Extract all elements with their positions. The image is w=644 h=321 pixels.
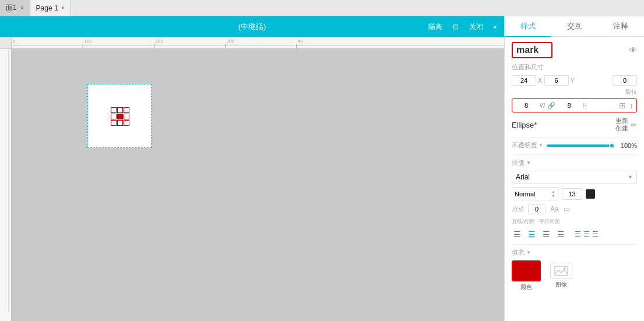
- fill-image-icon[interactable]: [550, 263, 572, 279]
- component-name-row: Ellipse* 更新 创建 ✏: [512, 117, 637, 132]
- tab-page1-close[interactable]: ×: [62, 5, 65, 11]
- tab-annotate[interactable]: 注释: [597, 16, 644, 37]
- expand-btn[interactable]: ⊡: [449, 22, 462, 32]
- tab-page1[interactable]: Page 1 ×: [30, 0, 72, 16]
- vert-align-mid-btn[interactable]: ☰: [583, 230, 590, 238]
- isolation-btn[interactable]: 隔离: [425, 21, 446, 33]
- slider-thumb[interactable]: [609, 143, 615, 149]
- tab-mian1-close[interactable]: ×: [20, 5, 24, 11]
- tab-mian1[interactable]: 面1 ×: [0, 0, 30, 16]
- font-style-select[interactable]: Normal ▲ ▼: [512, 187, 558, 200]
- char-spacing-text-label: 字符间距: [539, 218, 560, 225]
- position-row: X Y: [512, 75, 637, 86]
- fill-image-option[interactable]: 图像: [550, 263, 572, 289]
- opacity-value: 100%: [618, 142, 637, 149]
- font-color-swatch[interactable]: [586, 189, 595, 199]
- edit-icon[interactable]: ✏: [631, 121, 637, 129]
- size-row: W 🔗 H ⊞ ↕: [512, 98, 637, 112]
- baseline-label: 直线/行距: [512, 218, 534, 225]
- svg-text:0: 0: [13, 39, 16, 44]
- text-case-icon[interactable]: Aa: [550, 205, 559, 213]
- fill-color-label: 颜色: [520, 283, 532, 291]
- align-left-btn[interactable]: ☰: [512, 229, 523, 239]
- typography-label: 排版 ▼: [512, 158, 637, 167]
- close-btn[interactable]: 关闭: [466, 21, 487, 33]
- height-input[interactable]: [558, 101, 580, 110]
- align-center-btn[interactable]: ☰: [526, 229, 537, 239]
- grid-cell-6: [124, 114, 129, 119]
- svg-point-13: [564, 267, 566, 270]
- grid-cell-9: [124, 120, 129, 126]
- divider-1: [512, 137, 637, 137]
- grid-cell-8: [117, 120, 123, 126]
- grid-cell-3: [124, 107, 129, 113]
- fill-section: 填充 ▼ 颜色: [512, 248, 637, 291]
- mark-input[interactable]: [512, 42, 552, 58]
- grid-cell-1: [111, 107, 117, 113]
- font-family-select[interactable]: Arial ▼: [512, 171, 637, 184]
- canvas-x-btn[interactable]: ×: [490, 22, 499, 33]
- slider-fill: [547, 144, 615, 147]
- rotation-input[interactable]: [613, 75, 637, 86]
- canvas-content[interactable]: [12, 49, 504, 321]
- char-spacing-input[interactable]: [528, 204, 546, 214]
- opacity-slider[interactable]: [547, 144, 615, 147]
- canvas-header: (中继謳) 隔离 ⊡ 关闭 ×: [0, 16, 504, 37]
- font-style-spinner[interactable]: ▲ ▼: [551, 189, 555, 198]
- width-input[interactable]: [515, 101, 537, 110]
- opacity-row: 不透明度 ▼ 100%: [512, 141, 637, 150]
- tab-bar: 面1 × Page 1 ×: [0, 0, 644, 16]
- y-field-group: Y: [544, 75, 575, 86]
- x-input[interactable]: [512, 75, 536, 86]
- x-field-group: X: [512, 75, 542, 86]
- char-spacing-field: [528, 204, 546, 214]
- opacity-label: 不透明度 ▼: [512, 141, 543, 150]
- svg-text:100: 100: [84, 39, 92, 44]
- font-size-input[interactable]: [562, 188, 582, 200]
- y-input[interactable]: [544, 75, 569, 86]
- align-right-btn[interactable]: ☰: [541, 229, 552, 239]
- canvas-area: (中继謳) 隔离 ⊡ 关闭 × 0: [0, 16, 504, 321]
- fill-color-option[interactable]: 颜色: [512, 260, 541, 291]
- tab-page1-label: Page 1: [36, 4, 58, 12]
- x-label: X: [538, 77, 542, 84]
- grid-cell-5: [117, 114, 123, 119]
- grid-cell-2: [117, 107, 123, 113]
- tab-style[interactable]: 样式: [505, 16, 551, 37]
- tab-interact[interactable]: 交互: [551, 16, 598, 37]
- constrain-icon[interactable]: ↕: [629, 101, 634, 110]
- lock-icon[interactable]: 🔗: [547, 102, 555, 110]
- canvas-body: [0, 49, 504, 321]
- typography-arrow: ▼: [526, 160, 531, 165]
- fill-arrow: ▼: [526, 250, 531, 255]
- grid-icon: [111, 107, 129, 126]
- vert-align-top-btn[interactable]: ☰: [575, 230, 581, 238]
- align-justify-btn[interactable]: ☰: [555, 229, 566, 239]
- vert-align-section: ☰ ☰ ☰: [575, 230, 599, 238]
- position-section-label: 位置和尺寸: [512, 63, 637, 72]
- grid-cell-7: [111, 120, 117, 126]
- h-label: H: [582, 103, 586, 109]
- typography-section: 排版 ▼ Arial ▼ Normal: [512, 158, 637, 239]
- y-label: Y: [571, 77, 575, 84]
- fill-label-row: 填充 ▼: [512, 248, 637, 257]
- text-more-icon[interactable]: ▭: [564, 205, 570, 213]
- ruler-vertical: [0, 49, 12, 321]
- vert-align-bot-btn[interactable]: ☰: [592, 230, 599, 238]
- opacity-arrow: ▼: [539, 143, 543, 148]
- panel-tabs: 样式 交互 注释: [505, 16, 644, 37]
- divider-3: [512, 244, 637, 245]
- canvas-component[interactable]: [108, 105, 132, 128]
- canvas-controls: 隔离 ⊡ 关闭 ×: [425, 21, 499, 33]
- update-btn[interactable]: 更新 创建: [615, 117, 628, 132]
- visibility-icon[interactable]: 👁: [629, 45, 637, 55]
- fill-color-swatch[interactable]: [512, 260, 541, 281]
- tab-mian1-label: 面1: [6, 3, 17, 13]
- grid-cell-4: [111, 114, 117, 119]
- resize-icon[interactable]: ⊞: [619, 101, 626, 110]
- svg-text:40: 40: [298, 39, 304, 44]
- ruler-horizontal: 0 100 200 300 40: [12, 37, 504, 49]
- font-style-row: Normal ▲ ▼: [512, 187, 637, 200]
- canvas-page: [87, 84, 152, 148]
- svg-text:200: 200: [155, 39, 163, 44]
